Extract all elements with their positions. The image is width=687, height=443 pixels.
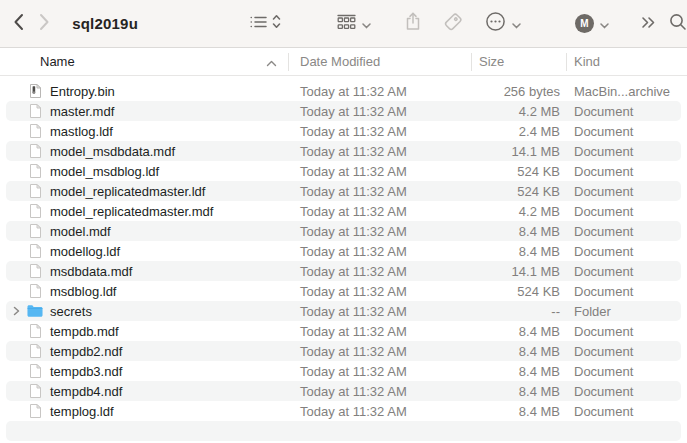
name-cell: model_replicatedmaster.ldf xyxy=(6,181,288,201)
window-title: sql2019u xyxy=(72,15,138,32)
date-modified-cell: Today at 11:32 AM xyxy=(288,84,471,99)
document-icon xyxy=(27,403,43,419)
date-modified-cell: Today at 11:32 AM xyxy=(288,324,471,339)
name-cell: templog.ldf xyxy=(6,401,288,421)
date-modified-cell: Today at 11:32 AM xyxy=(288,164,471,179)
account-menu-button[interactable]: M xyxy=(575,14,609,33)
kind-cell: Document xyxy=(566,144,681,159)
column-header-kind[interactable]: Kind xyxy=(566,48,687,75)
file-name: msdbdata.mdf xyxy=(50,264,132,279)
name-cell: mastlog.ldf xyxy=(6,121,288,141)
file-row[interactable]: model_replicatedmaster.mdfToday at 11:32… xyxy=(6,201,681,221)
list-view-icon xyxy=(250,15,267,33)
disclosure-chevron-icon[interactable] xyxy=(8,306,24,316)
file-row[interactable]: templog.ldfToday at 11:32 AM8.4 MBDocume… xyxy=(6,401,681,421)
file-row[interactable]: secretsToday at 11:32 AM--Folder xyxy=(6,301,681,321)
chevron-down-icon xyxy=(512,15,521,33)
file-name: secrets xyxy=(50,304,92,319)
file-row[interactable]: model_msdblog.ldfToday at 11:32 AM524 KB… xyxy=(6,161,681,181)
file-row[interactable]: model_msdbdata.mdfToday at 11:32 AM14.1 … xyxy=(6,141,681,161)
view-style-button[interactable] xyxy=(250,14,281,33)
name-cell: modellog.ldf xyxy=(6,241,288,261)
kind-cell: Document xyxy=(566,344,681,359)
empty-row xyxy=(6,421,681,441)
column-header-date-modified[interactable]: Date Modified xyxy=(288,48,471,75)
name-cell: tempdb.mdf xyxy=(6,321,288,341)
search-icon xyxy=(669,13,687,35)
document-icon xyxy=(27,263,43,279)
date-modified-cell: Today at 11:32 AM xyxy=(288,184,471,199)
size-cell: 8.4 MB xyxy=(471,384,566,399)
group-by-button[interactable] xyxy=(337,14,371,34)
date-modified-cell: Today at 11:32 AM xyxy=(288,224,471,239)
back-button[interactable] xyxy=(12,13,24,35)
file-row[interactable]: Entropy.binToday at 11:32 AM256 bytesMac… xyxy=(6,81,681,101)
size-cell: 8.4 MB xyxy=(471,404,566,419)
size-cell: 14.1 MB xyxy=(471,144,566,159)
file-row[interactable]: msdblog.ldfToday at 11:32 AM524 KBDocume… xyxy=(6,281,681,301)
document-icon xyxy=(27,163,43,179)
kind-cell: Document xyxy=(566,284,681,299)
file-row[interactable]: tempdb2.ndfToday at 11:32 AM8.4 MBDocume… xyxy=(6,341,681,361)
file-row[interactable]: mastlog.ldfToday at 11:32 AM2.4 MBDocume… xyxy=(6,121,681,141)
file-list: Entropy.binToday at 11:32 AM256 bytesMac… xyxy=(0,76,687,441)
name-cell: secrets xyxy=(6,301,288,321)
file-row[interactable]: tempdb4.ndfToday at 11:32 AM8.4 MBDocume… xyxy=(6,381,681,401)
date-modified-cell: Today at 11:32 AM xyxy=(288,104,471,119)
name-cell: tempdb2.ndf xyxy=(6,341,288,361)
file-row[interactable]: msdbdata.mdfToday at 11:32 AM14.1 MBDocu… xyxy=(6,261,681,281)
share-icon xyxy=(405,12,421,35)
search-button[interactable] xyxy=(669,13,687,35)
kind-cell: Document xyxy=(566,324,681,339)
avatar: M xyxy=(575,14,594,33)
file-name: tempdb.mdf xyxy=(50,324,119,339)
forward-button[interactable] xyxy=(38,13,50,35)
tag-button[interactable] xyxy=(443,12,463,36)
column-header-size[interactable]: Size xyxy=(471,48,566,75)
file-name: model_msdbdata.mdf xyxy=(50,144,175,159)
file-row[interactable]: modellog.ldfToday at 11:32 AM8.4 MBDocum… xyxy=(6,241,681,261)
more-actions-button[interactable] xyxy=(485,11,521,36)
file-name: msdblog.ldf xyxy=(50,284,116,299)
column-header-name[interactable]: Name xyxy=(0,48,288,75)
file-name: modellog.ldf xyxy=(50,244,120,259)
file-row[interactable]: tempdb.mdfToday at 11:32 AM8.4 MBDocumen… xyxy=(6,321,681,341)
share-button[interactable] xyxy=(405,12,421,35)
date-modified-cell: Today at 11:32 AM xyxy=(288,204,471,219)
column-label: Size xyxy=(479,54,504,69)
tag-icon xyxy=(443,12,463,36)
document-icon xyxy=(27,103,43,119)
finder-window: sql2019u xyxy=(0,0,687,443)
name-cell: tempdb3.ndf xyxy=(6,361,288,381)
file-name: templog.ldf xyxy=(50,404,114,419)
file-row[interactable]: master.mdfToday at 11:32 AM4.2 MBDocumen… xyxy=(6,101,681,121)
file-name: model_replicatedmaster.mdf xyxy=(50,204,213,219)
kind-cell: Document xyxy=(566,404,681,419)
ellipsis-circle-icon xyxy=(485,11,506,36)
size-cell: 4.2 MB xyxy=(471,104,566,119)
file-row[interactable]: model.mdfToday at 11:32 AM8.4 MBDocument xyxy=(6,221,681,241)
size-cell: 14.1 MB xyxy=(471,264,566,279)
size-cell: 2.4 MB xyxy=(471,124,566,139)
date-modified-cell: Today at 11:32 AM xyxy=(288,144,471,159)
back-icon xyxy=(13,13,24,35)
kind-cell: Document xyxy=(566,244,681,259)
name-cell: model_msdbdata.mdf xyxy=(6,141,288,161)
file-row[interactable]: tempdb3.ndfToday at 11:32 AM8.4 MBDocume… xyxy=(6,361,681,381)
toolbar-overflow-button[interactable] xyxy=(641,15,656,33)
kind-cell: Document xyxy=(566,124,681,139)
chevron-down-icon xyxy=(600,15,609,33)
double-chevron-icon xyxy=(641,15,656,33)
column-label: Kind xyxy=(574,54,600,69)
size-cell: 256 bytes xyxy=(471,84,566,99)
size-cell: 524 KB xyxy=(471,164,566,179)
name-cell: Entropy.bin xyxy=(6,81,288,101)
document-icon xyxy=(27,363,43,379)
file-row[interactable]: model_replicatedmaster.ldfToday at 11:32… xyxy=(6,181,681,201)
file-name: model_msdblog.ldf xyxy=(50,164,159,179)
date-modified-cell: Today at 11:32 AM xyxy=(288,344,471,359)
name-cell: msdbdata.mdf xyxy=(6,261,288,281)
file-name: model.mdf xyxy=(50,224,111,239)
file-name: master.mdf xyxy=(50,104,114,119)
file-name: mastlog.ldf xyxy=(50,124,113,139)
